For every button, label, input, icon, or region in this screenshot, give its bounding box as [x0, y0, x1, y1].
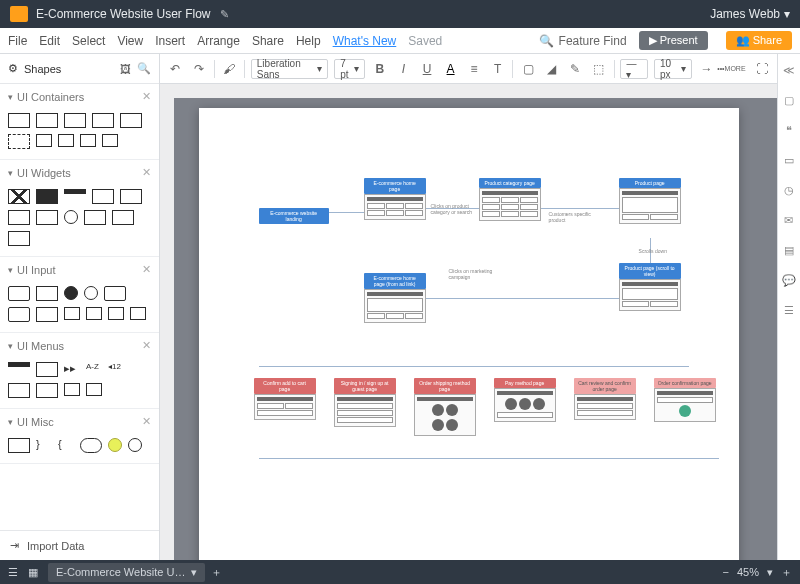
menu-view[interactable]: View: [117, 34, 143, 48]
close-icon[interactable]: ✕: [142, 263, 151, 276]
canvas[interactable]: E-commerce website landing E-commerce ho…: [160, 84, 776, 560]
close-icon[interactable]: ✕: [142, 90, 151, 103]
text-color-button[interactable]: A: [442, 59, 460, 79]
shape[interactable]: [80, 438, 102, 453]
line-color-button[interactable]: ✎: [566, 59, 584, 79]
shape[interactable]: [120, 189, 142, 204]
italic-button[interactable]: I: [395, 59, 413, 79]
line-style-select[interactable]: — ▾: [620, 59, 648, 79]
undo-button[interactable]: ↶: [166, 59, 184, 79]
shape[interactable]: [108, 307, 124, 320]
shape[interactable]: [102, 134, 118, 147]
comment-icon[interactable]: ❝: [781, 122, 797, 138]
category-header[interactable]: ▾UI Containers✕: [0, 84, 159, 109]
wireframe[interactable]: [334, 394, 396, 427]
shape[interactable]: [104, 286, 126, 301]
grid-view-icon[interactable]: ▦: [28, 566, 38, 579]
wireframe[interactable]: [479, 188, 541, 221]
flow-label[interactable]: E-commerce website landing: [259, 208, 329, 224]
menu-insert[interactable]: Insert: [155, 34, 185, 48]
pencil-icon[interactable]: ✎: [220, 8, 229, 21]
expand-icon[interactable]: ≪: [781, 62, 797, 78]
present-button[interactable]: ▶ Present: [639, 31, 708, 50]
close-icon[interactable]: ✕: [142, 415, 151, 428]
flow-label[interactable]: Product page: [619, 178, 681, 188]
shape[interactable]: [36, 307, 58, 322]
menu-file[interactable]: File: [8, 34, 27, 48]
doc-title[interactable]: E-Commerce Website User Flow: [36, 7, 210, 21]
present-icon[interactable]: ▭: [781, 152, 797, 168]
flow-label[interactable]: E-commerce home page: [364, 178, 426, 194]
feature-find-button[interactable]: 🔍Feature Find: [539, 34, 627, 48]
menu-share[interactable]: Share: [252, 34, 284, 48]
category-header[interactable]: ▾UI Widgets✕: [0, 160, 159, 185]
shape[interactable]: [86, 383, 102, 396]
shape[interactable]: A-Z: [86, 362, 102, 375]
shape[interactable]: [36, 362, 58, 377]
chat-icon[interactable]: 💬: [781, 272, 797, 288]
wireframe[interactable]: [364, 194, 426, 220]
flow-label[interactable]: Cart review and confirm order page: [574, 378, 636, 394]
shape[interactable]: [108, 438, 122, 452]
close-icon[interactable]: ✕: [142, 339, 151, 352]
flow-label[interactable]: Order confirmation page: [654, 378, 716, 388]
flow-label[interactable]: Signing in / sign up at guest page: [334, 378, 396, 394]
shape[interactable]: [84, 210, 106, 225]
shape[interactable]: [64, 189, 86, 194]
fill-button[interactable]: ▢: [519, 59, 537, 79]
zoom-in-button[interactable]: ＋: [781, 565, 792, 580]
shape[interactable]: [130, 307, 146, 320]
menu-help[interactable]: Help: [296, 34, 321, 48]
shape[interactable]: [92, 113, 114, 128]
text-options-button[interactable]: T: [489, 59, 507, 79]
page[interactable]: E-commerce website landing E-commerce ho…: [199, 108, 739, 560]
bold-button[interactable]: B: [371, 59, 389, 79]
wireframe[interactable]: [619, 279, 681, 311]
arrow-button[interactable]: →: [698, 59, 716, 79]
shape[interactable]: [36, 113, 58, 128]
gear-icon[interactable]: ⚙: [8, 62, 18, 75]
layers-icon[interactable]: ▤: [781, 242, 797, 258]
flow-label[interactable]: Product category page: [479, 178, 541, 188]
fullscreen-button[interactable]: ⛶: [753, 59, 771, 79]
shape[interactable]: [36, 134, 52, 147]
share-button[interactable]: 👥 Share: [726, 31, 792, 50]
shape[interactable]: [120, 113, 142, 128]
shape[interactable]: [8, 438, 30, 453]
shape[interactable]: [92, 189, 114, 204]
align-button[interactable]: ≡: [465, 59, 483, 79]
shape[interactable]: [36, 286, 58, 301]
category-header[interactable]: ▾UI Menus✕: [0, 333, 159, 358]
add-page-button[interactable]: ＋: [211, 565, 222, 580]
import-data-button[interactable]: ⇥Import Data: [0, 530, 159, 560]
wireframe[interactable]: [364, 289, 426, 323]
shape[interactable]: [36, 383, 58, 398]
paint-button[interactable]: 🖌: [220, 59, 238, 79]
shape[interactable]: [8, 286, 30, 301]
close-icon[interactable]: ✕: [142, 166, 151, 179]
wireframe[interactable]: [414, 394, 476, 436]
wireframe[interactable]: [619, 188, 681, 224]
menu-arrange[interactable]: Arrange: [197, 34, 240, 48]
shape[interactable]: [8, 231, 30, 246]
shape[interactable]: [128, 438, 142, 452]
shape[interactable]: [86, 307, 102, 320]
shape[interactable]: [8, 189, 30, 204]
underline-button[interactable]: U: [418, 59, 436, 79]
shape[interactable]: [64, 286, 78, 300]
page-tab[interactable]: E-Commerce Website U…▾: [48, 563, 205, 582]
shape[interactable]: [64, 210, 78, 224]
folder-icon[interactable]: [10, 6, 28, 22]
shape[interactable]: [64, 113, 86, 128]
list-view-icon[interactable]: ☰: [8, 566, 18, 579]
shape[interactable]: [64, 307, 80, 320]
menu-select[interactable]: Select: [72, 34, 105, 48]
image-icon[interactable]: 🖼: [120, 63, 131, 75]
shape[interactable]: ◂12: [108, 362, 124, 375]
font-size-select[interactable]: 7 pt ▾: [334, 59, 365, 79]
zoom-out-button[interactable]: −: [723, 566, 729, 578]
line-width-select[interactable]: 10 px ▾: [654, 59, 692, 79]
shape[interactable]: ▸▸: [64, 362, 80, 375]
history-icon[interactable]: ◷: [781, 182, 797, 198]
shape[interactable]: [64, 383, 80, 396]
